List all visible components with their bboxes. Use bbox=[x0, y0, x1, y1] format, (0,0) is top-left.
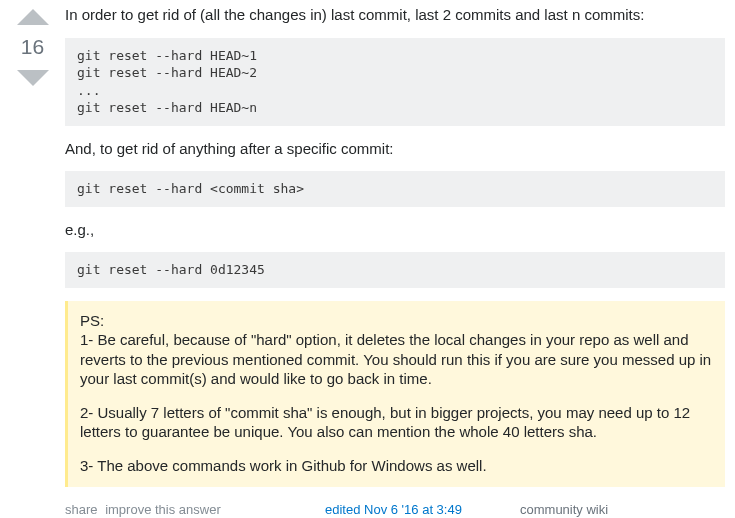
paragraph-eg: e.g., bbox=[65, 220, 725, 240]
code-block-reset-example: git reset --hard 0d12345 bbox=[65, 252, 725, 288]
ps-item-2: 2- Usually 7 letters of "commit sha" is … bbox=[80, 403, 713, 442]
post-menu: share improve this answer edited Nov 6 '… bbox=[65, 502, 725, 518]
paragraph-specific-commit: And, to get rid of anything after a spec… bbox=[65, 139, 725, 159]
ps-note: PS: 1- Be careful, because of "hard" opt… bbox=[65, 301, 725, 488]
ps-label: PS: bbox=[80, 312, 104, 329]
edited-link[interactable]: edited Nov 6 '16 at 3:49 bbox=[325, 502, 520, 518]
ps-item-3: 3- The above commands work in Github for… bbox=[80, 456, 713, 476]
share-link[interactable]: share bbox=[65, 502, 98, 517]
community-wiki-label: community wiki bbox=[520, 502, 608, 517]
vote-column: 16 bbox=[10, 5, 55, 88]
vote-count: 16 bbox=[10, 27, 55, 68]
code-block-reset-sha: git reset --hard <commit sha> bbox=[65, 171, 725, 207]
code-block-reset-n: git reset --hard HEAD~1 git reset --hard… bbox=[65, 38, 725, 126]
downvote-icon[interactable] bbox=[17, 70, 49, 86]
ps-item-1: 1- Be careful, because of "hard" option,… bbox=[80, 331, 711, 387]
owner-info: community wiki 2 revs Alisa bbox=[520, 502, 725, 518]
post-actions: share improve this answer bbox=[65, 502, 325, 518]
upvote-icon[interactable] bbox=[17, 9, 49, 25]
improve-link[interactable]: improve this answer bbox=[105, 502, 221, 517]
post-body: In order to get rid of (all the changes … bbox=[55, 5, 725, 518]
answer-container: 16 In order to get rid of (all the chang… bbox=[10, 5, 725, 518]
intro-paragraph: In order to get rid of (all the changes … bbox=[65, 5, 725, 25]
